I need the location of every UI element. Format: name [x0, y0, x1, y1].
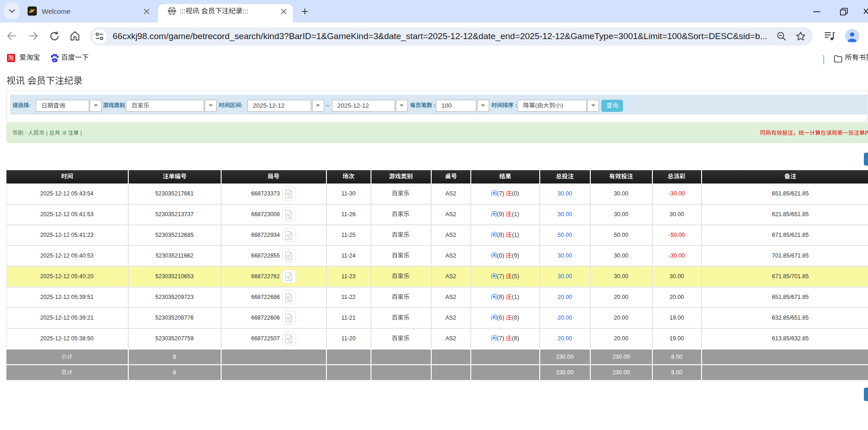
svg-text:du: du [53, 59, 57, 62]
